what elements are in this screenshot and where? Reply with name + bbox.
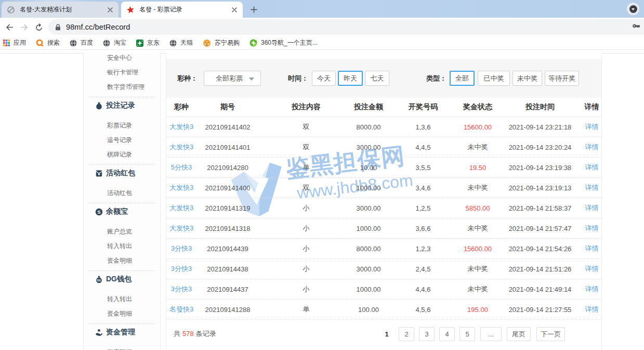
sidebar-item[interactable]: 账户总览 xyxy=(107,227,132,236)
cell-numbers: 1,2,5 xyxy=(416,204,431,212)
cell-lottery[interactable]: 3分快3 xyxy=(171,284,192,294)
time-filter-button[interactable]: 七天 xyxy=(365,71,389,86)
sidebar-section-9[interactable]: 活动红包 xyxy=(95,168,135,178)
sidebar-item[interactable]: 追号记录 xyxy=(107,136,132,145)
page-ellipsis-button[interactable]: ... xyxy=(480,327,502,341)
sidebar-section-17[interactable]: DGDG钱包 xyxy=(95,275,132,284)
last-page-button[interactable]: 尾页 xyxy=(507,327,531,341)
detail-link[interactable]: 详情 xyxy=(585,203,604,213)
sidebar-item[interactable]: 银行卡管理 xyxy=(107,68,138,77)
cell-time: 2021-09-14 23:19:13 xyxy=(509,184,572,192)
sidebar-item[interactable]: 活动红包 xyxy=(107,189,132,198)
cell-issue: 20210914437 xyxy=(207,286,248,293)
key-icon[interactable] xyxy=(632,22,640,32)
detail-link[interactable]: 详情 xyxy=(585,264,604,274)
bookmark-item[interactable]: 应用 xyxy=(3,38,26,47)
detail-link[interactable]: 详情 xyxy=(585,163,604,172)
detail-link[interactable]: 详情 xyxy=(585,142,604,152)
bookmark-item[interactable]: 京东 xyxy=(136,38,160,47)
sidebar-section-12[interactable]: S余额宝 xyxy=(95,207,128,216)
back-button-icon[interactable] xyxy=(4,18,15,36)
bookmark-item[interactable]: 百度 xyxy=(70,38,93,47)
detail-link[interactable]: 详情 xyxy=(585,122,604,132)
column-header: 期号 xyxy=(220,102,235,112)
sidebar-item[interactable]: 转入转出 xyxy=(107,295,132,304)
filter-lottery-label: 彩种： xyxy=(177,74,198,83)
type-filter-button[interactable]: 等待开奖 xyxy=(545,71,579,86)
sidebar-section-21[interactable]: 资金管理 xyxy=(95,328,135,337)
cell-amount: 8000.00 xyxy=(357,123,381,131)
detail-link[interactable]: 详情 xyxy=(585,224,604,233)
browser-tab-inactive[interactable]: 名發-大发精准计划 xyxy=(2,2,119,18)
url-bar[interactable]: 98mf.cc/betRecord xyxy=(48,19,644,35)
time-filter-button[interactable]: 今天 xyxy=(312,71,336,86)
cell-numbers: 4,4,5 xyxy=(416,144,431,151)
page-button[interactable]: 5 xyxy=(459,327,475,341)
forward-button-icon[interactable] xyxy=(19,18,29,36)
type-filter-button[interactable]: 未中奖 xyxy=(512,71,542,86)
cell-lottery[interactable]: 大发快3 xyxy=(169,122,193,132)
sidebar-item[interactable]: 账变明细 xyxy=(107,348,132,350)
cell-status: 5850.00 xyxy=(466,204,490,212)
orange-ring-icon xyxy=(36,39,44,47)
sidebar-item[interactable]: 资金明细 xyxy=(107,256,132,265)
cell-content: 双 xyxy=(303,122,310,132)
browser-tab-active[interactable]: 名發 - 彩票记录 xyxy=(121,2,243,18)
sidebar-section-4[interactable]: 投注记录 xyxy=(95,101,135,110)
sidebar-item[interactable]: 转入转出 xyxy=(107,242,132,251)
reload-button-icon[interactable] xyxy=(33,18,44,36)
bookmark-item[interactable]: 搜索 xyxy=(36,38,60,47)
table-row: 大发快3202109141319小3000.001,2,55850.002021… xyxy=(166,198,601,218)
dropdown-caret-icon xyxy=(249,77,254,81)
tab-close-icon[interactable] xyxy=(230,5,239,14)
sidebar-section-label: 活动红包 xyxy=(106,168,135,178)
page-button[interactable]: 3 xyxy=(419,327,435,341)
bookmark-item[interactable]: 天猫 xyxy=(169,38,193,47)
tab-menu-button[interactable] xyxy=(627,3,639,15)
page-button[interactable]: 2 xyxy=(399,327,414,341)
column-header: 详情 xyxy=(585,102,604,112)
cell-content: 单 xyxy=(303,163,310,172)
sidebar-item[interactable]: 彩票记录 xyxy=(107,121,132,130)
cell-lottery[interactable]: 名發快3 xyxy=(169,305,193,314)
type-filter-button[interactable]: 全部 xyxy=(450,71,475,86)
page-button[interactable]: 4 xyxy=(439,327,455,341)
sidebar-item[interactable]: 数字货币管理 xyxy=(107,83,144,92)
next-page-button[interactable]: 下一页 xyxy=(536,327,565,341)
cell-amount: 8000.00 xyxy=(357,245,381,253)
tab-title: 名發 - 彩票记录 xyxy=(139,5,228,14)
dgwallet-icon: DG xyxy=(95,276,103,283)
tab-close-icon[interactable] xyxy=(106,5,114,14)
globe-icon xyxy=(70,40,77,47)
bookmark-item[interactable]: 淘宝 xyxy=(103,38,126,47)
sidebar-section-label: DG钱包 xyxy=(106,275,132,284)
sidebar-item[interactable]: 资金明细 xyxy=(107,309,132,318)
sidebar-item[interactable]: 棋牌记录 xyxy=(107,150,132,159)
pagination-bar: 共578条记录 1 2345...尾页下一页 xyxy=(166,320,601,347)
detail-link[interactable]: 详情 xyxy=(585,305,604,314)
cell-numbers: 4,5,6 xyxy=(416,306,431,314)
cell-content: 单 xyxy=(303,305,310,314)
cell-lottery[interactable]: 5分快3 xyxy=(171,163,192,172)
cell-numbers: 1,2,3 xyxy=(416,245,431,253)
cell-lottery[interactable]: 大发快3 xyxy=(169,203,193,213)
cell-lottery[interactable]: 大发快3 xyxy=(169,142,193,152)
cell-lottery[interactable]: 大发快3 xyxy=(169,183,193,192)
time-filter-button[interactable]: 昨天 xyxy=(338,71,363,86)
cell-lottery[interactable]: 3分快3 xyxy=(171,244,192,253)
sidebar-item[interactable]: 安全中心 xyxy=(107,54,132,62)
sidebar-divider xyxy=(89,164,155,165)
cell-lottery[interactable]: 大发快3 xyxy=(169,224,193,233)
detail-link[interactable]: 详情 xyxy=(585,244,604,253)
bookmark-item[interactable]: 苏宁易购 xyxy=(203,38,240,47)
type-filter-button[interactable]: 已中奖 xyxy=(478,71,510,86)
bookmark-item[interactable]: 360导航_一个主页... xyxy=(249,38,318,47)
cell-time: 2021-09-14 21:49:14 xyxy=(509,286,572,293)
new-tab-button[interactable] xyxy=(248,4,260,16)
detail-link[interactable]: 详情 xyxy=(585,183,604,192)
detail-link[interactable]: 详情 xyxy=(585,284,604,294)
cell-lottery[interactable]: 3分快3 xyxy=(171,264,192,274)
lottery-type-dropdown[interactable]: 全部彩票 xyxy=(204,71,261,86)
sidebar-section-label: 资金管理 xyxy=(106,328,135,337)
tab-favicon-slashed-circle-icon xyxy=(7,6,15,14)
